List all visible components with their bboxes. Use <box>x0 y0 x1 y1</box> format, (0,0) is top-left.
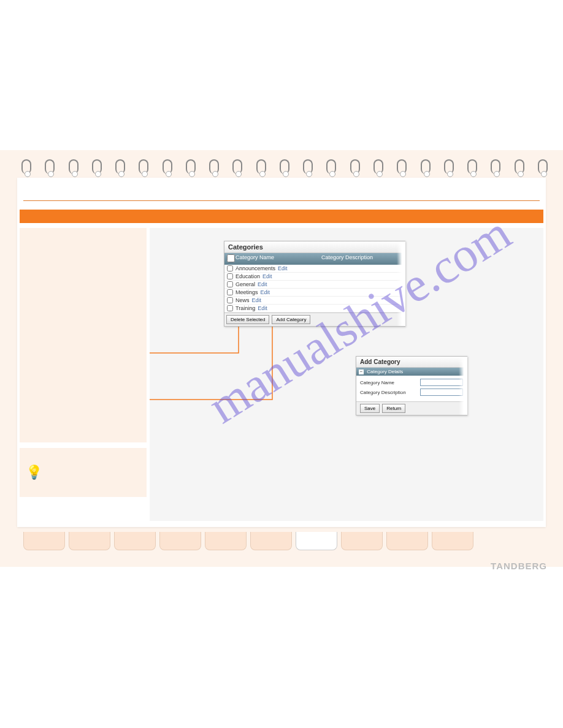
tab-item-active[interactable] <box>296 532 337 550</box>
tab-item[interactable] <box>386 532 428 550</box>
category-description-input[interactable] <box>420 389 463 396</box>
tab-item[interactable] <box>114 532 156 550</box>
edit-link[interactable]: Edit <box>258 305 267 311</box>
edit-link[interactable]: Edit <box>262 273 272 279</box>
add-category-button[interactable]: Add Category <box>272 315 310 324</box>
table-row: Meetings Edit <box>224 289 405 297</box>
table-row: General Edit <box>224 281 405 289</box>
row-checkbox[interactable] <box>227 265 233 271</box>
categories-button-row: Delete Selected Add Category <box>224 313 405 326</box>
divider-line <box>23 200 540 201</box>
tab-item[interactable] <box>23 532 65 550</box>
table-row: Training Edit <box>224 305 405 313</box>
header-bar <box>20 210 543 223</box>
return-button[interactable]: Return <box>382 404 405 413</box>
categories-table-header: Category Name Category Description <box>224 253 405 265</box>
field-row: Category Description <box>360 389 463 396</box>
category-name-input[interactable] <box>420 379 463 386</box>
sidebar-box-upper <box>20 228 147 442</box>
edit-link[interactable]: Edit <box>261 289 270 295</box>
row-name: Training <box>236 305 255 311</box>
row-checkbox[interactable] <box>227 281 233 287</box>
tab-item[interactable] <box>205 532 247 550</box>
row-name: General <box>236 281 255 287</box>
category-description-label: Category Description <box>360 390 406 395</box>
row-name: News <box>236 297 250 303</box>
row-name: Announcements <box>236 265 275 271</box>
page-curl-decoration <box>397 241 405 326</box>
table-row: Announcements Edit <box>224 265 405 273</box>
row-name: Meetings <box>236 289 258 295</box>
table-row: News Edit <box>224 297 405 305</box>
save-button[interactable]: Save <box>360 404 380 413</box>
table-row: Education Edit <box>224 273 405 281</box>
brand-logo: TANDBERG <box>491 561 547 571</box>
add-category-title: Add Category <box>356 357 467 368</box>
categories-panel: Categories Category Name Category Descri… <box>224 241 405 327</box>
col-category-description: Category Description <box>321 254 373 264</box>
tab-item[interactable] <box>432 532 473 550</box>
add-category-body: Category Name Category Description <box>356 376 467 401</box>
add-category-button-row: Save Return <box>356 401 467 415</box>
col-category-name: Category Name <box>236 254 321 264</box>
categories-title: Categories <box>224 241 405 253</box>
tab-item[interactable] <box>341 532 383 550</box>
page-curl-decoration <box>459 357 467 415</box>
main-content-area: Categories Category Name Category Descri… <box>150 228 543 521</box>
category-details-header: − Category Details <box>356 368 467 376</box>
lightbulb-icon: 💡 <box>26 464 42 480</box>
tab-item[interactable] <box>69 532 110 550</box>
row-checkbox[interactable] <box>227 305 233 311</box>
bottom-tabs <box>23 532 473 550</box>
row-checkbox[interactable] <box>227 289 233 295</box>
category-name-label: Category Name <box>360 380 394 385</box>
row-checkbox[interactable] <box>227 297 233 303</box>
edit-link[interactable]: Edit <box>252 297 262 303</box>
add-category-panel: Add Category − Category Details Category… <box>356 356 467 415</box>
tab-item[interactable] <box>250 532 292 550</box>
edit-link[interactable]: Edit <box>278 265 288 271</box>
delete-selected-button[interactable]: Delete Selected <box>226 315 269 324</box>
row-name: Education <box>236 273 260 279</box>
tab-item[interactable] <box>159 532 201 550</box>
section-label: Category Details <box>367 369 403 374</box>
edit-link[interactable]: Edit <box>258 281 267 287</box>
select-all-checkbox[interactable] <box>227 254 235 262</box>
collapse-icon[interactable]: − <box>359 370 364 374</box>
row-checkbox[interactable] <box>227 273 233 279</box>
spiral-binding <box>21 159 548 176</box>
field-row: Category Name <box>360 379 463 386</box>
